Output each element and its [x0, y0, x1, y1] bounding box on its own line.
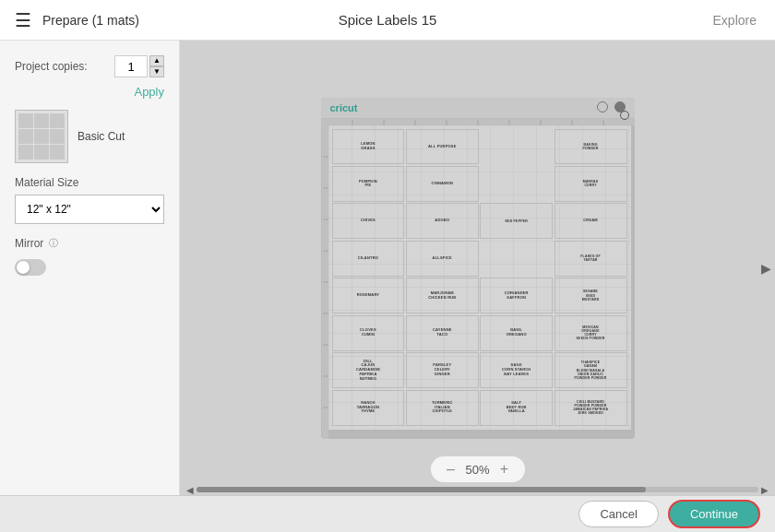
- thumb-cell: [42, 145, 49, 152]
- spice-label: ALLSPICE: [406, 241, 479, 277]
- apply-button[interactable]: Apply: [134, 85, 164, 99]
- spice-label-empty: [480, 166, 553, 202]
- thumb-cell: [34, 113, 42, 121]
- copies-input[interactable]: [114, 55, 148, 77]
- spice-label: CAYENNETACO: [406, 315, 479, 351]
- thumb-cell: [18, 136, 26, 144]
- main-layout: Project copies: ▲ ▼ Apply: [0, 41, 775, 495]
- thumb-cell: [50, 113, 57, 121]
- thumb-cell: [18, 152, 26, 160]
- thumb-cell: [50, 121, 57, 128]
- thumb-cell: [57, 136, 65, 144]
- continue-button[interactable]: Continue: [668, 500, 760, 528]
- thumb-cell: [18, 129, 26, 136]
- header: ☰ Prepare (1 mats) Spice Labels 15 Explo…: [0, 0, 775, 41]
- spice-label: FLAKES OFTARTAR: [554, 241, 627, 277]
- mat-cutting-area: LEMONGRASS ALL PURPOSE BAKINGPOWDER PUMP…: [328, 125, 631, 430]
- thumb-cell: [26, 145, 33, 152]
- toggle-knob: [17, 261, 30, 274]
- scrollbar-track[interactable]: [197, 487, 758, 492]
- menu-icon[interactable]: ☰: [15, 9, 31, 31]
- spice-label: ROSEMARY: [332, 278, 405, 313]
- material-size-label: Material Size: [15, 176, 164, 189]
- spice-label-empty: [480, 129, 553, 165]
- thumb-cell: [57, 145, 65, 152]
- spice-labels-grid: LEMONGRASS ALL PURPOSE BAKINGPOWDER PUMP…: [332, 129, 627, 426]
- ruler-top: [321, 118, 635, 125]
- spice-label: DILLCAJUNCARDAMOMPAPRIKANUTMEG: [332, 352, 405, 388]
- spice-label: PARSLEYCELERYGINGER: [406, 352, 479, 388]
- zoom-out-button[interactable]: –: [441, 460, 459, 479]
- left-panel: Project copies: ▲ ▼ Apply: [0, 41, 180, 495]
- cancel-button[interactable]: Cancel: [578, 501, 658, 527]
- spice-label: MADRASCURRY: [554, 166, 627, 202]
- thumbnail-row: Basic Cut: [15, 110, 164, 163]
- zoom-in-button[interactable]: +: [495, 460, 514, 479]
- mat-close-btn[interactable]: [597, 101, 608, 112]
- spice-label: THAISPICEGARAMBLEND MASALAONION GARLICPO…: [554, 352, 627, 388]
- thumb-cell: [42, 113, 49, 121]
- thumb-cell: [50, 129, 57, 136]
- thumb-cell: [26, 136, 33, 144]
- spice-label: RANCHTARRAGONTHYME: [332, 390, 405, 426]
- thumb-cell: [18, 145, 26, 152]
- spice-label: MARJORAMCHICKEN RUB: [406, 278, 479, 313]
- spice-label: MEXICANOREGANOCURRYSEEDS POWDER: [554, 315, 627, 351]
- thumb-cell: [26, 121, 33, 128]
- copies-up-arrow[interactable]: ▲: [149, 55, 164, 66]
- spice-label-empty: [480, 241, 553, 277]
- thumb-cell: [50, 145, 57, 152]
- copies-input-wrap: ▲ ▼: [114, 55, 164, 77]
- thumb-cell: [26, 129, 33, 136]
- mat-container: cricut: [321, 98, 635, 439]
- spice-label: CINNAMON: [406, 166, 479, 202]
- thumb-cell: [26, 113, 33, 121]
- spice-label: LEMONGRASS: [332, 129, 405, 165]
- thumb-cell: [34, 136, 42, 144]
- mirror-label: Mirror: [15, 237, 43, 250]
- spice-label: SALTBEEF RUBVANILLA: [480, 390, 553, 426]
- thumb-cell: [42, 129, 49, 136]
- spice-label: CHIVES: [332, 203, 405, 239]
- scroll-right-arrow[interactable]: ▶: [758, 485, 771, 495]
- project-copies-row: Project copies: ▲ ▼: [15, 55, 164, 77]
- thumb-cell: [57, 152, 65, 160]
- scrollbar-thumb[interactable]: [197, 487, 646, 492]
- spice-label: TURMERICITALIANCHIPOTLE: [406, 390, 479, 426]
- material-size-select[interactable]: 12" x 12": [15, 195, 164, 224]
- toggle-wrap: [15, 259, 164, 276]
- thumb-cell: [18, 113, 26, 121]
- bottom-bar: Cancel Continue: [0, 495, 775, 532]
- thumbnail-box: [15, 110, 68, 163]
- spice-label: CORIANDERSAFFRON: [480, 278, 553, 313]
- copies-down-arrow[interactable]: ▼: [149, 66, 164, 77]
- spice-label: CILANTRO: [332, 241, 405, 277]
- thumb-cell: [34, 129, 42, 136]
- spice-label: PUMPKINPIE: [332, 166, 405, 202]
- thumb-cell: [42, 121, 49, 128]
- thumb-cell: [42, 136, 49, 144]
- spice-label: RED PEPPER: [480, 203, 553, 239]
- scroll-right-arrow[interactable]: ▶: [761, 261, 771, 276]
- scroll-left-arrow[interactable]: ◀: [184, 485, 197, 495]
- basic-cut-label: Basic Cut: [78, 130, 125, 143]
- mat-header: cricut: [321, 98, 635, 118]
- thumb-cell: [26, 152, 33, 160]
- mat-grip-circle: [620, 111, 629, 120]
- thumbnail-grid: [18, 113, 65, 160]
- info-icon[interactable]: ⓘ: [49, 237, 58, 250]
- thumb-cell: [34, 145, 42, 152]
- thumb-cell: [50, 152, 57, 160]
- spice-label: CLOVESCUMIN: [332, 315, 405, 351]
- header-title: Prepare (1 mats): [42, 13, 139, 28]
- spice-label: CHILI MUSTARDPOWDER POWDERJAMAICAN PAPRI…: [554, 390, 627, 426]
- cricut-logo: cricut: [330, 102, 358, 113]
- spice-label: CREAM: [554, 203, 627, 239]
- ruler-left: [321, 125, 328, 439]
- thumb-cell: [57, 121, 65, 128]
- zoom-percent: 50%: [465, 463, 489, 477]
- explore-button[interactable]: Explore: [713, 13, 757, 28]
- copies-arrows: ▲ ▼: [149, 55, 164, 77]
- mirror-toggle[interactable]: [15, 259, 46, 276]
- thumb-cell: [57, 113, 65, 121]
